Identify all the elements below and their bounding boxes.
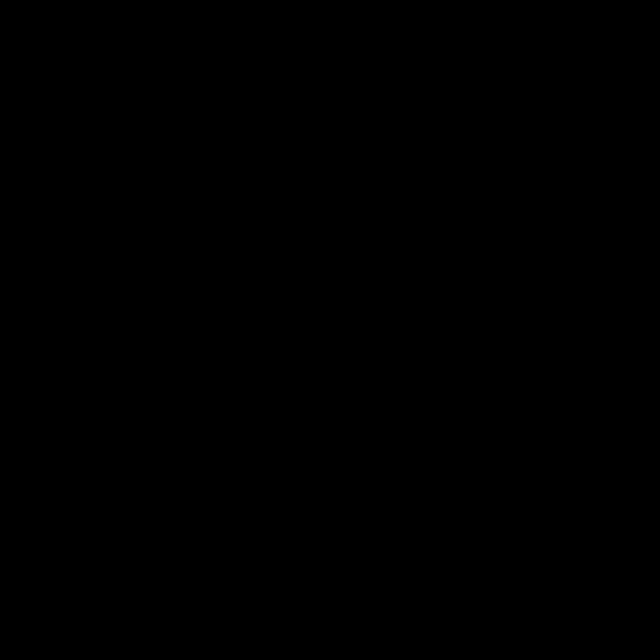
chart-frame: { "watermark": "TheBottleneck.com", "col… bbox=[0, 0, 644, 644]
bottleneck-chart bbox=[0, 0, 644, 644]
